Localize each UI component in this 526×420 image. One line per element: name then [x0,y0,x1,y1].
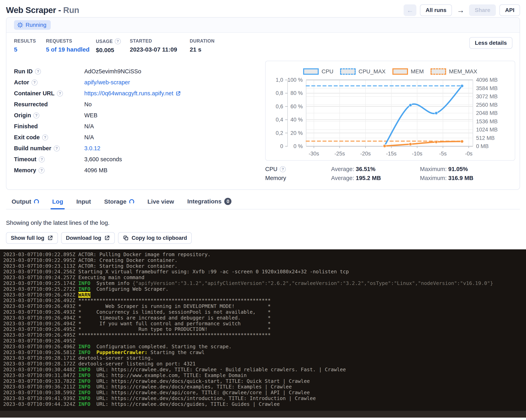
less-details-button[interactable]: Less details [469,37,512,49]
log-line: 2023-03-07T10:09:26.495Z ***************… [3,332,526,338]
tab-label: Output [11,198,31,205]
help-icon[interactable]: ? [57,91,63,96]
log-line: 2023-03-07T10:09:30.448Z INFO URL: https… [3,367,526,373]
log-line: 2023-03-07T10:09:33.782Z INFO URL: https… [3,379,526,384]
stat-label: DURATION [190,38,230,44]
stat-requests: REQUESTS5 of 19 handled [46,38,96,53]
svg-text:2560 MB: 2560 MB [476,102,498,108]
stat-value: $0.005 [96,47,130,53]
help-icon[interactable]: ? [42,134,48,141]
log-line: 2023-03-07T10:09:26.495Z [3,338,526,344]
loading-spinner-icon [129,199,134,204]
svg-text:-5s: -5s [439,151,447,157]
log-line: 2023-03-07T10:09:25.174Z INFO System inf… [3,281,526,286]
detail-label: Resurrected [14,101,84,108]
external-link-icon [104,235,110,241]
share-button[interactable]: Share [469,4,496,16]
tab-input[interactable]: Input [76,198,91,209]
all-runs-button[interactable]: All runs [420,4,452,16]
stat-label: REQUESTS [46,38,96,44]
svg-text:1536 MB: 1536 MB [476,119,498,124]
help-icon[interactable]: ? [54,145,60,152]
legend-item-mem-max[interactable]: MEM_MAX [431,68,477,75]
log-line: 2023-03-07T10:09:24.257Z Executing main … [3,275,526,281]
svg-text:-30s: -30s [309,151,319,157]
previous-run-button[interactable]: ← [404,4,416,16]
copy-log-to-clipboard-button[interactable]: Copy log to clipboard [118,232,192,244]
status-badge: Running [14,20,51,30]
log-line: 2023-03-07T10:09:26.493Z * Web Scraper i… [3,304,526,309]
summary-row-memory: MemoryAverage: 195.2 MBMaximum: 316.9 MB [265,174,515,183]
arrow-right-icon: → [457,6,464,14]
help-icon[interactable]: ? [35,69,41,74]
show-full-log-button[interactable]: Show full log [6,232,58,244]
log-console[interactable]: 2023-03-07T10:09:22.895Z ACTOR: Pulling … [0,249,526,418]
svg-text:40 %: 40 % [290,117,303,123]
tab-label: Log [52,198,63,205]
run-page: Web Scraper - Run ← All runs → Share API [0,0,526,244]
run-status-strip: Running [6,18,520,33]
detail-row-finished: FinishedN/A [14,121,265,132]
page-title: Web Scraper - Run [6,5,79,15]
legend-item-cpu-max[interactable]: CPU_MAX [340,68,385,75]
next-run-button[interactable]: → [455,6,465,15]
tab-log[interactable]: Log [52,198,63,209]
api-button[interactable]: API [499,4,520,16]
legend-swatch-icon [340,68,356,75]
log-line: 2023-03-07T10:09:22.895Z ACTOR: Pulling … [3,252,526,257]
stat-results: RESULTS5 [14,38,46,53]
tab-label: Integrations [187,198,222,205]
detail-value: 4096 MB [84,167,107,174]
log-line: 2023-03-07T10:09:26.492Z ***************… [3,298,526,304]
tab-storage[interactable]: Storage [104,198,134,209]
legend-swatch-icon [431,68,446,75]
tab-live-view[interactable]: Live view [147,198,174,209]
svg-text:0: 0 [280,143,283,149]
help-icon[interactable]: ? [39,156,45,163]
detail-row-actor: Actor?apify/web-scraper [14,77,265,88]
detail-label: Memory? [14,167,84,174]
page-title-run: Run [63,5,79,15]
tab-integrations[interactable]: Integrations0 [187,198,232,209]
download-log-button[interactable]: Download log [61,232,115,244]
legend-swatch-icon [303,68,319,75]
detail-value[interactable]: https://0q64wnacgyft.runs.apify.net [84,90,181,97]
svg-text:100 %: 100 % [287,77,303,83]
stat-value[interactable]: 5 [14,46,46,53]
detail-value[interactable]: apify/web-scraper [84,79,130,86]
detail-label: Container URL? [14,90,84,97]
run-tabs: OutputLogInputStorageLive viewIntegratio… [6,197,520,209]
help-icon[interactable]: ? [280,166,286,172]
help-icon[interactable]: ? [115,38,121,44]
svg-text:-0s: -0s [465,151,473,157]
detail-value: 3,600 seconds [84,156,122,163]
help-icon[interactable]: ? [31,80,38,85]
help-icon[interactable]: ? [39,167,45,174]
run-details-list: Run ID?AdOz5evimh9NCiSSoActor?apify/web-… [14,61,265,183]
svg-text:0 %: 0 % [293,143,303,149]
detail-label: Timeout? [14,156,84,163]
summary-average: Average: 195.2 MB [331,175,420,181]
legend-label: CPU [322,68,333,75]
log-line: 2023-03-07T10:09:36.211Z INFO URL: https… [3,384,526,390]
svg-text:512 MB: 512 MB [476,135,495,141]
tab-output[interactable]: Output [11,198,39,209]
detail-value: No [84,101,92,108]
stat-started: STARTED2023-03-07 11:09 [130,38,190,53]
log-line: 2023-03-07T10:09:22.995Z ACTOR: Creating… [3,257,526,263]
summary-maximum: Maximum: 91.05% [420,166,515,173]
detail-value[interactable]: 3.0.12 [84,145,101,152]
page-title-separator: - [56,5,63,15]
detail-label: Origin? [14,112,84,119]
legend-swatch-icon [392,68,408,75]
legend-item-mem[interactable]: MEM [392,68,424,75]
summary-average: Average: 36.51% [331,166,420,173]
metrics-summary: CPU?Average: 36.51%Maximum: 91.05%Memory… [265,165,515,183]
log-notice: Showing only the latest lines of the log… [6,219,520,226]
log-horizontal-scrollbar[interactable] [0,411,526,418]
legend-item-cpu[interactable]: CPU [303,68,333,75]
spinner-icon [17,22,23,28]
stat-value[interactable]: 5 of 19 handled [46,46,96,53]
help-icon[interactable]: ? [33,113,39,119]
detail-label: Finished [14,123,84,130]
